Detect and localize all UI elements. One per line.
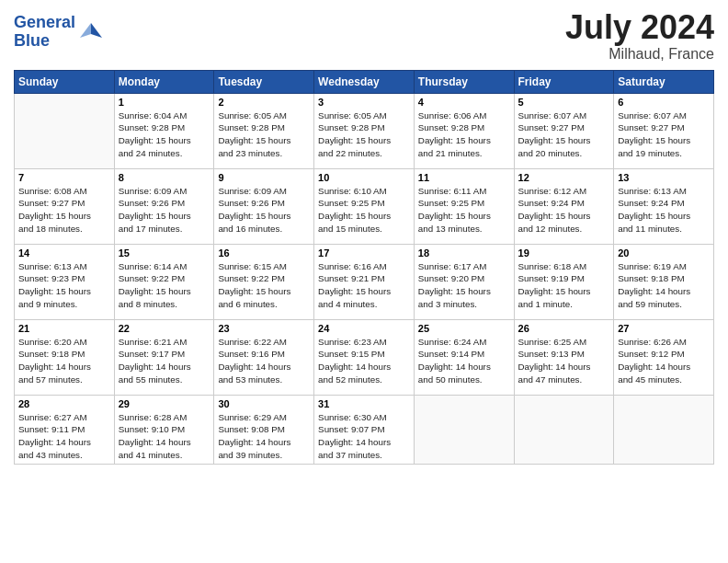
table-row: 10Sunrise: 6:10 AMSunset: 9:25 PMDayligh… <box>314 168 415 244</box>
table-row: 17Sunrise: 6:16 AMSunset: 9:21 PMDayligh… <box>314 244 415 319</box>
day-number: 22 <box>119 323 210 334</box>
day-info: Sunrise: 6:08 AMSunset: 9:27 PMDaylight:… <box>18 185 110 236</box>
col-wednesday: Wednesday <box>314 70 415 93</box>
day-info: Sunrise: 6:23 AMSunset: 9:15 PMDaylight:… <box>318 336 410 386</box>
day-info: Sunrise: 6:15 AMSunset: 9:22 PMDaylight:… <box>218 260 310 311</box>
table-row: 24Sunrise: 6:23 AMSunset: 9:15 PMDayligh… <box>314 319 415 395</box>
table-row: 29Sunrise: 6:28 AMSunset: 9:10 PMDayligh… <box>114 395 214 465</box>
col-friday: Friday <box>514 70 614 93</box>
table-row: 21Sunrise: 6:20 AMSunset: 9:18 PMDayligh… <box>15 319 115 395</box>
day-number: 23 <box>218 323 310 334</box>
day-info: Sunrise: 6:25 AMSunset: 9:13 PMDaylight:… <box>518 336 610 386</box>
day-number: 16 <box>218 247 310 259</box>
day-number: 9 <box>218 172 310 183</box>
svg-marker-1 <box>80 23 91 38</box>
col-saturday: Saturday <box>614 70 714 93</box>
day-info: Sunrise: 6:04 AMSunset: 9:28 PMDaylight:… <box>119 109 210 160</box>
table-row <box>15 93 115 168</box>
title-block: July 2024 Milhaud, France <box>565 9 714 63</box>
logo-text: General Blue <box>14 14 75 51</box>
svg-marker-0 <box>91 23 102 38</box>
day-info: Sunrise: 6:20 AMSunset: 9:18 PMDaylight:… <box>18 336 110 386</box>
day-info: Sunrise: 6:28 AMSunset: 9:10 PMDaylight:… <box>119 411 210 462</box>
day-info: Sunrise: 6:11 AMSunset: 9:25 PMDaylight:… <box>418 185 510 236</box>
table-row: 7Sunrise: 6:08 AMSunset: 9:27 PMDaylight… <box>15 168 115 244</box>
day-info: Sunrise: 6:10 AMSunset: 9:25 PMDaylight:… <box>318 185 410 236</box>
day-info: Sunrise: 6:18 AMSunset: 9:19 PMDaylight:… <box>518 260 610 311</box>
day-info: Sunrise: 6:09 AMSunset: 9:26 PMDaylight:… <box>218 185 310 236</box>
day-number: 26 <box>518 323 610 334</box>
day-info: Sunrise: 6:21 AMSunset: 9:17 PMDaylight:… <box>119 336 210 386</box>
col-monday: Monday <box>114 70 214 93</box>
calendar-table: Sunday Monday Tuesday Wednesday Thursday… <box>14 70 714 465</box>
table-row: 5Sunrise: 6:07 AMSunset: 9:27 PMDaylight… <box>514 93 614 168</box>
day-number: 31 <box>318 398 410 409</box>
table-row: 13Sunrise: 6:13 AMSunset: 9:24 PMDayligh… <box>614 168 714 244</box>
day-number: 6 <box>618 97 710 108</box>
table-row: 8Sunrise: 6:09 AMSunset: 9:26 PMDaylight… <box>114 168 214 244</box>
table-row: 23Sunrise: 6:22 AMSunset: 9:16 PMDayligh… <box>214 319 314 395</box>
table-row: 26Sunrise: 6:25 AMSunset: 9:13 PMDayligh… <box>514 319 614 395</box>
day-info: Sunrise: 6:16 AMSunset: 9:21 PMDaylight:… <box>318 260 410 311</box>
col-sunday: Sunday <box>15 70 115 93</box>
logo-line2: Blue <box>14 31 50 50</box>
col-thursday: Thursday <box>414 70 514 93</box>
table-row: 11Sunrise: 6:11 AMSunset: 9:25 PMDayligh… <box>414 168 514 244</box>
table-row: 1Sunrise: 6:04 AMSunset: 9:28 PMDaylight… <box>114 93 214 168</box>
table-row: 28Sunrise: 6:27 AMSunset: 9:11 PMDayligh… <box>15 395 115 465</box>
day-number: 29 <box>119 398 210 409</box>
table-row: 30Sunrise: 6:29 AMSunset: 9:08 PMDayligh… <box>214 395 314 465</box>
day-number: 18 <box>418 247 510 259</box>
table-row: 27Sunrise: 6:26 AMSunset: 9:12 PMDayligh… <box>614 319 714 395</box>
table-row: 4Sunrise: 6:06 AMSunset: 9:28 PMDaylight… <box>414 93 514 168</box>
day-number: 14 <box>18 247 110 259</box>
day-number: 11 <box>418 172 510 183</box>
table-row: 18Sunrise: 6:17 AMSunset: 9:20 PMDayligh… <box>414 244 514 319</box>
day-info: Sunrise: 6:30 AMSunset: 9:07 PMDaylight:… <box>318 411 410 462</box>
table-row <box>514 395 614 465</box>
day-number: 24 <box>318 323 410 334</box>
day-number: 28 <box>18 398 110 409</box>
day-number: 7 <box>18 172 110 183</box>
day-number: 21 <box>18 323 110 334</box>
day-info: Sunrise: 6:06 AMSunset: 9:28 PMDaylight:… <box>418 109 510 160</box>
day-number: 25 <box>418 323 510 334</box>
table-row <box>414 395 514 465</box>
day-number: 13 <box>618 172 710 183</box>
day-number: 3 <box>318 97 410 108</box>
day-info: Sunrise: 6:12 AMSunset: 9:24 PMDaylight:… <box>518 185 610 236</box>
day-number: 2 <box>218 97 310 108</box>
table-row: 14Sunrise: 6:13 AMSunset: 9:23 PMDayligh… <box>15 244 115 319</box>
logo-line1: General <box>14 13 75 31</box>
table-row: 31Sunrise: 6:30 AMSunset: 9:07 PMDayligh… <box>314 395 415 465</box>
month-title: July 2024 <box>565 9 714 46</box>
day-number: 15 <box>119 247 210 259</box>
day-info: Sunrise: 6:13 AMSunset: 9:24 PMDaylight:… <box>618 185 710 236</box>
day-info: Sunrise: 6:17 AMSunset: 9:20 PMDaylight:… <box>418 260 510 311</box>
day-number: 20 <box>618 247 710 259</box>
calendar-header-row: Sunday Monday Tuesday Wednesday Thursday… <box>15 70 714 93</box>
day-number: 19 <box>518 247 610 259</box>
col-tuesday: Tuesday <box>214 70 314 93</box>
day-info: Sunrise: 6:05 AMSunset: 9:28 PMDaylight:… <box>218 109 310 160</box>
day-number: 10 <box>318 172 410 183</box>
day-number: 4 <box>418 97 510 108</box>
day-info: Sunrise: 6:09 AMSunset: 9:26 PMDaylight:… <box>119 185 210 236</box>
logo: General Blue <box>14 14 104 51</box>
day-info: Sunrise: 6:07 AMSunset: 9:27 PMDaylight:… <box>518 109 610 160</box>
table-row: 9Sunrise: 6:09 AMSunset: 9:26 PMDaylight… <box>214 168 314 244</box>
page-container: General Blue July 2024 Milhaud, France S… <box>0 0 728 469</box>
table-row: 15Sunrise: 6:14 AMSunset: 9:22 PMDayligh… <box>114 244 214 319</box>
day-number: 12 <box>518 172 610 183</box>
day-info: Sunrise: 6:14 AMSunset: 9:22 PMDaylight:… <box>119 260 210 311</box>
table-row <box>614 395 714 465</box>
table-row: 22Sunrise: 6:21 AMSunset: 9:17 PMDayligh… <box>114 319 214 395</box>
day-info: Sunrise: 6:13 AMSunset: 9:23 PMDaylight:… <box>18 260 110 311</box>
day-number: 5 <box>518 97 610 108</box>
table-row: 20Sunrise: 6:19 AMSunset: 9:18 PMDayligh… <box>614 244 714 319</box>
table-row: 6Sunrise: 6:07 AMSunset: 9:27 PMDaylight… <box>614 93 714 168</box>
day-info: Sunrise: 6:27 AMSunset: 9:11 PMDaylight:… <box>18 411 110 462</box>
table-row: 19Sunrise: 6:18 AMSunset: 9:19 PMDayligh… <box>514 244 614 319</box>
day-number: 17 <box>318 247 410 259</box>
day-info: Sunrise: 6:26 AMSunset: 9:12 PMDaylight:… <box>618 336 710 386</box>
